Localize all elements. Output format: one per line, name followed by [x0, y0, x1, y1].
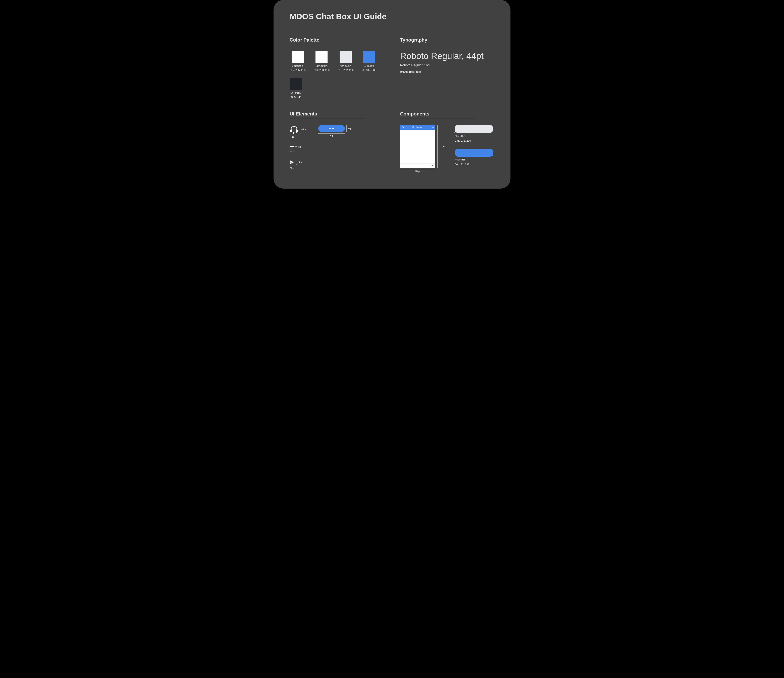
chat-header: Chat with us	[400, 125, 436, 130]
typography-sample-medium: Roboto Regular, 16pt	[400, 64, 495, 67]
send-spec: 24px 24px	[289, 160, 384, 169]
swatch-hex: #FFFFFF	[292, 65, 303, 68]
divider	[400, 45, 476, 45]
headset-icon	[289, 125, 299, 134]
style-guide-canvas: MDOS Chat Box UI Guide Color Palette #FF…	[274, 0, 510, 188]
svg-rect-4	[403, 128, 404, 128]
chat-window-spec: Chat with us 642px	[400, 125, 445, 173]
section-heading: UI Elements	[289, 111, 384, 117]
button-label: button	[328, 127, 335, 130]
minimize-icon	[289, 146, 294, 147]
swatch-rgb: 33, 37, 41	[290, 95, 302, 99]
dimension-label: 44px	[289, 136, 299, 138]
dimension-label: 24px	[289, 167, 294, 169]
components-section: Components Chat with	[400, 111, 495, 173]
swatch: #E7E8EC 231, 232, 236	[338, 51, 354, 72]
dimension-label: 23px	[289, 150, 294, 152]
bubble-grey-spec: #E7E8EC 231, 232, 236	[455, 125, 493, 143]
bubble-rgb: 66, 132, 232	[455, 163, 493, 166]
dimension-label: 44px	[302, 128, 306, 131]
swatch-hex: #E7E8EC	[340, 65, 351, 68]
swatch: #FFFFFF 255, 255, 255	[289, 51, 306, 72]
minimize-icon[interactable]	[432, 127, 434, 128]
send-icon	[289, 160, 294, 165]
bubble-hex: #4284E8	[455, 158, 493, 162]
dimension-label: 4px	[297, 146, 301, 148]
message-bubble-sent	[455, 149, 493, 157]
bubble-hex: #E7E8EC	[455, 134, 493, 138]
dimension-label: 24px	[297, 161, 302, 163]
typography-section: Typography Roboto Regular, 44pt Roboto R…	[400, 37, 495, 99]
dimension-label: 36px	[348, 128, 353, 130]
dimension-label: 642px	[439, 145, 445, 148]
sample-button[interactable]: button	[318, 125, 345, 132]
swatch-box	[292, 51, 303, 63]
swatch-hex: #212529	[291, 92, 301, 95]
swatch: #212529 33, 37, 41	[289, 78, 302, 99]
page-title: MDOS Chat Box UI Guide	[289, 12, 495, 21]
swatch-box	[289, 78, 302, 90]
chat-window: Chat with us	[400, 125, 436, 168]
headset-spec: 44px 44px	[289, 125, 306, 138]
svg-point-2	[293, 132, 294, 134]
swatch-box	[339, 51, 352, 63]
svg-rect-3	[402, 128, 403, 128]
ui-elements-section: UI Elements	[289, 111, 384, 173]
swatch: #4284E8 66, 132, 232	[362, 51, 376, 72]
swatch-rgb: 255, 255, 255	[289, 68, 306, 72]
swatch-rgb: 66, 132, 232	[362, 68, 376, 72]
svg-rect-0	[291, 130, 292, 132]
chat-input-bar[interactable]	[400, 163, 436, 168]
section-heading: Components	[400, 111, 495, 117]
typography-sample-small: Roboto Bold, 12pt	[400, 71, 495, 73]
send-icon[interactable]	[431, 165, 434, 167]
swatch-hex: #4284E8	[364, 65, 374, 68]
typography-sample-large: Roboto Regular, 44pt	[400, 51, 495, 61]
swatch-rgb: 231, 232, 236	[338, 68, 354, 72]
divider	[289, 45, 365, 45]
swatch-rgb: 253, 253, 253	[314, 68, 330, 72]
chat-body	[400, 130, 436, 163]
headset-icon	[401, 126, 404, 129]
button-spec: button 36px 132px	[318, 125, 353, 137]
chat-title: Chat with us	[406, 126, 430, 128]
section-heading: Color Palette	[289, 37, 384, 43]
dimension-label: 132px	[318, 134, 345, 137]
color-palette-section: Color Palette #FFFFFF 255, 255, 255 #FDF…	[289, 37, 384, 99]
swatch-hex: #FDFDFD	[316, 65, 328, 68]
swatch-box	[316, 51, 328, 63]
section-heading: Typography	[400, 37, 495, 43]
minimize-spec: 4px 23px	[289, 146, 384, 152]
swatch-grid: #FFFFFF 255, 255, 255 #FDFDFD 253, 253, …	[289, 51, 384, 99]
message-bubble-received	[455, 125, 493, 133]
svg-rect-1	[296, 130, 297, 132]
dimension-label: 528px	[400, 170, 436, 173]
bubble-rgb: 231, 232, 236	[455, 139, 493, 143]
message-bubbles: #E7E8EC 231, 232, 236 #4284E8 66, 132, 2…	[455, 125, 493, 166]
swatch: #FDFDFD 253, 253, 253	[314, 51, 330, 72]
bubble-blue-spec: #4284E8 66, 132, 232	[455, 149, 493, 166]
swatch-box	[363, 51, 375, 63]
